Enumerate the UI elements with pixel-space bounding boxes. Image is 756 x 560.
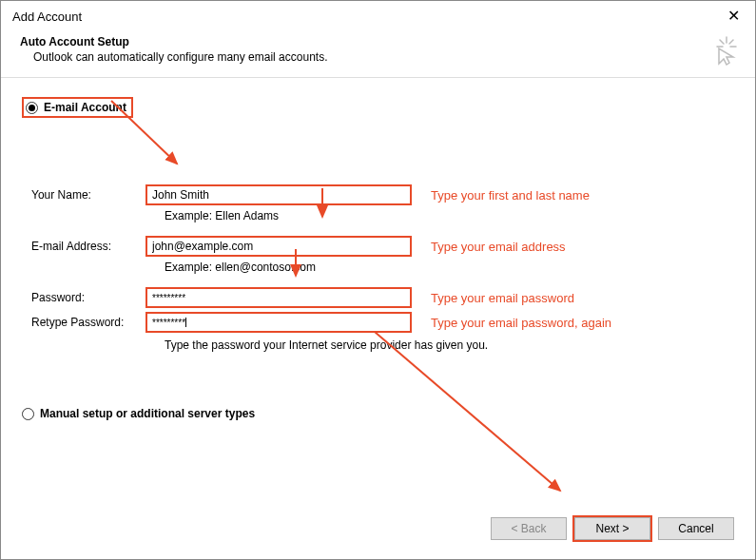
manual-setup-label: Manual setup or additional server types bbox=[40, 407, 255, 420]
retype-label: Retype Password: bbox=[31, 316, 145, 329]
cursor-sparkle-icon bbox=[706, 33, 740, 68]
email-hint: Type your email address bbox=[431, 240, 566, 254]
next-button[interactable]: Next > bbox=[574, 517, 650, 540]
password-hint: Type your email password bbox=[431, 291, 574, 305]
content-area: E-mail Account Your Name: Type your firs… bbox=[1, 78, 755, 430]
password-row: Password: Type your email password bbox=[31, 287, 734, 308]
svg-line-4 bbox=[729, 40, 733, 44]
email-label: E-mail Address: bbox=[31, 240, 145, 253]
radio-icon bbox=[22, 408, 34, 420]
back-button: < Back bbox=[491, 517, 567, 540]
form-area: Your Name: Type your first and last name… bbox=[31, 184, 734, 352]
header-title: Auto Account Setup bbox=[20, 35, 736, 48]
email-row: E-mail Address: Type your email address bbox=[31, 236, 734, 257]
email-example: Example: ellen@contoso.com bbox=[165, 261, 734, 274]
header-subtitle: Outlook can automatically configure many… bbox=[33, 50, 736, 64]
close-icon[interactable]: ✕ bbox=[724, 9, 744, 24]
name-example: Example: Ellen Adams bbox=[165, 209, 734, 222]
retype-row: Retype Password: ********* Type your ema… bbox=[31, 312, 734, 333]
retype-hint: Type your email password, again bbox=[431, 316, 611, 330]
footer-buttons: < Back Next > Cancel bbox=[491, 517, 734, 540]
email-account-radio[interactable]: E-mail Account bbox=[26, 101, 126, 114]
radio-icon bbox=[26, 102, 38, 114]
svg-line-3 bbox=[720, 40, 724, 44]
name-hint: Type your first and last name bbox=[431, 188, 590, 203]
retype-password-input[interactable]: ********* bbox=[145, 312, 412, 333]
email-input[interactable] bbox=[145, 236, 412, 257]
cancel-button[interactable]: Cancel bbox=[658, 517, 734, 540]
name-input[interactable] bbox=[145, 184, 412, 205]
wizard-header: Auto Account Setup Outlook can automatic… bbox=[1, 28, 755, 77]
email-account-option-highlight: E-mail Account bbox=[22, 97, 133, 118]
name-row: Your Name: Type your first and last name bbox=[31, 184, 734, 205]
title-bar: Add Account ✕ bbox=[1, 1, 755, 28]
password-input[interactable] bbox=[145, 287, 412, 308]
window-title: Add Account bbox=[12, 10, 82, 24]
name-label: Your Name: bbox=[31, 188, 145, 202]
email-account-label: E-mail Account bbox=[44, 101, 126, 114]
password-label: Password: bbox=[31, 291, 145, 304]
password-note: Type the password your Internet service … bbox=[165, 338, 734, 352]
manual-setup-radio[interactable]: Manual setup or additional server types bbox=[22, 407, 734, 420]
